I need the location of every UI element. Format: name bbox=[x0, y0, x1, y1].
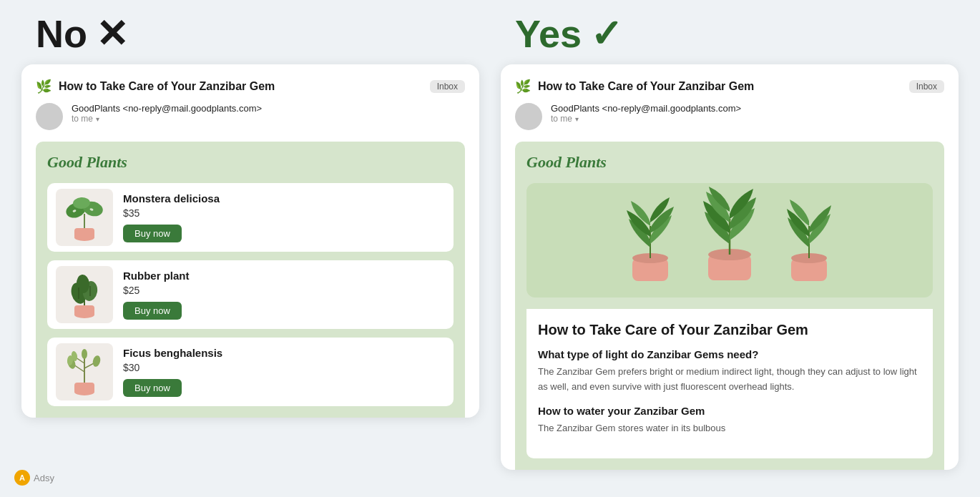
content-main-title: How to Take Care of Your Zanzibar Gem bbox=[538, 322, 921, 338]
yes-email-card: 🌿 How to Take Care of Your Zanzibar Gem … bbox=[501, 64, 959, 470]
section2-title: How to water your Zanzibar Gem bbox=[538, 405, 921, 417]
plant-img-ficus bbox=[56, 343, 113, 400]
leaf-icon-no: 🌿 bbox=[36, 79, 52, 94]
product-details-2: Rubber plant $25 Buy now bbox=[123, 270, 190, 320]
no-email-subject: How to Take Care of Your Zanzibar Gem bbox=[59, 80, 423, 93]
plant-img-monstera bbox=[56, 189, 113, 246]
product-price-3: $30 bbox=[123, 362, 222, 373]
yes-email-body: Good Plants bbox=[515, 142, 944, 470]
svg-rect-17 bbox=[74, 383, 94, 393]
no-dropdown-arrow[interactable]: ▾ bbox=[96, 115, 99, 123]
yes-dropdown-arrow[interactable]: ▾ bbox=[575, 115, 579, 123]
product-name-3: Ficus benghalensis bbox=[123, 347, 222, 359]
no-product-list: Monstera deliciosa $35 Buy now bbox=[47, 183, 454, 406]
svg-rect-1 bbox=[74, 228, 94, 239]
no-label-text: No bbox=[36, 14, 87, 53]
adsy-label: Adsy bbox=[34, 473, 54, 483]
no-sender-info: GoodPlants <no-reply@mail.goodplants.com… bbox=[72, 103, 262, 124]
yes-sender-to: to me ▾ bbox=[551, 114, 741, 124]
buy-btn-2[interactable]: Buy now bbox=[123, 302, 182, 320]
yes-content-area: How to Take Care of Your Zanzibar Gem Wh… bbox=[526, 309, 933, 458]
product-details-3: Ficus benghalensis $30 Buy now bbox=[123, 347, 222, 397]
svg-point-24 bbox=[92, 355, 102, 368]
no-brand-logo: Good Plants bbox=[47, 153, 454, 172]
yes-email-header-row: 🌿 How to Take Care of Your Zanzibar Gem … bbox=[515, 79, 944, 94]
no-email-header-row: 🌿 How to Take Care of Your Zanzibar Gem … bbox=[36, 79, 465, 94]
section2-text: The Zanzibar Gem stores water in its bul… bbox=[538, 421, 921, 436]
buy-btn-3[interactable]: Buy now bbox=[123, 379, 182, 397]
no-email-card: 🌿 How to Take Care of Your Zanzibar Gem … bbox=[21, 64, 479, 418]
plant-img-rubber bbox=[56, 266, 113, 323]
adsy-badge: A Adsy bbox=[14, 470, 54, 486]
no-sender-row: GoodPlants <no-reply@mail.goodplants.com… bbox=[36, 103, 465, 130]
no-header: No ✕ bbox=[21, 14, 128, 53]
check-mark-icon: ✓ bbox=[590, 14, 622, 53]
no-column: No ✕ 🌿 How to Take Care of Your Zanzibar… bbox=[21, 14, 479, 418]
yes-inbox-badge: Inbox bbox=[909, 80, 944, 93]
hero-image bbox=[526, 183, 933, 297]
adsy-logo: A bbox=[14, 470, 30, 486]
product-item-3: Ficus benghalensis $30 Buy now bbox=[47, 338, 454, 406]
no-sender-name: GoodPlants <no-reply@mail.goodplants.com… bbox=[72, 103, 262, 114]
product-name-2: Rubber plant bbox=[123, 270, 190, 282]
product-item-1: Monstera deliciosa $35 Buy now bbox=[47, 183, 454, 252]
yes-brand-logo: Good Plants bbox=[526, 153, 933, 172]
svg-rect-9 bbox=[74, 305, 94, 316]
yes-avatar bbox=[515, 103, 542, 130]
no-avatar bbox=[36, 103, 63, 130]
yes-sender-info: GoodPlants <no-reply@mail.goodplants.com… bbox=[551, 103, 741, 124]
no-email-body: Good Plants bbox=[36, 142, 465, 418]
product-name-1: Monstera deliciosa bbox=[123, 192, 220, 205]
yes-email-subject: How to Take Care of Your Zanzibar Gem bbox=[538, 80, 902, 93]
no-sender-to: to me ▾ bbox=[72, 114, 262, 124]
product-details-1: Monstera deliciosa $35 Buy now bbox=[123, 192, 220, 242]
svg-point-26 bbox=[82, 349, 87, 359]
product-price-1: $35 bbox=[123, 207, 220, 219]
yes-sender-row: GoodPlants <no-reply@mail.goodplants.com… bbox=[515, 103, 944, 130]
yes-header: Yes ✓ bbox=[501, 14, 622, 53]
yes-column: Yes ✓ 🌿 How to Take Care of Your Zanziba… bbox=[501, 14, 959, 470]
product-price-2: $25 bbox=[123, 285, 190, 296]
x-mark-icon: ✕ bbox=[96, 14, 128, 53]
yes-label-text: Yes bbox=[515, 14, 582, 53]
yes-sender-name: GoodPlants <no-reply@mail.goodplants.com… bbox=[551, 103, 741, 114]
product-item-2: Rubber plant $25 Buy now bbox=[47, 260, 454, 329]
section1-text: The Zanzibar Gem prefers bright or mediu… bbox=[538, 365, 921, 395]
buy-btn-1[interactable]: Buy now bbox=[123, 225, 182, 242]
no-inbox-badge: Inbox bbox=[430, 80, 465, 93]
section1-title: What type of light do Zanzibar Gems need… bbox=[538, 348, 921, 360]
leaf-icon-yes: 🌿 bbox=[515, 79, 531, 94]
